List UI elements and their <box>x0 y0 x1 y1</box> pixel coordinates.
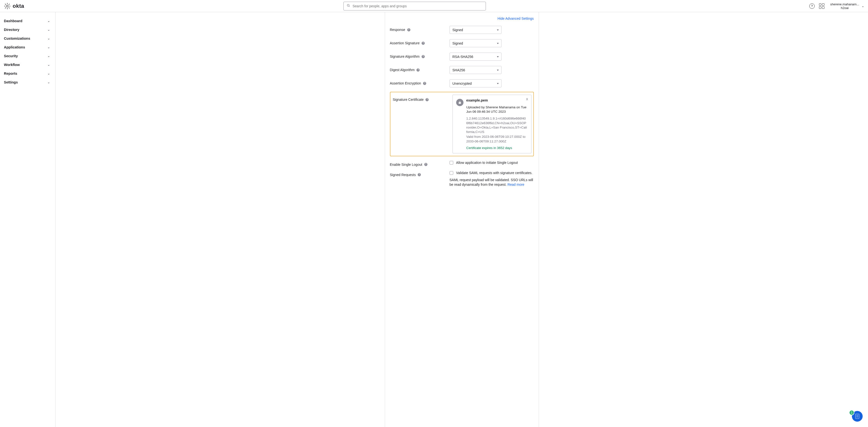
cert-close-button[interactable]: X <box>526 97 528 101</box>
content-area: Hide Advanced Settings Response? Signed … <box>56 12 868 427</box>
field-label: Signature Certificate <box>393 98 424 101</box>
svg-point-9 <box>347 4 349 6</box>
certificate-card: example.pem Uploaded by Sherene Mahanama… <box>453 95 531 153</box>
fab-badge: 1 <box>849 410 855 415</box>
apps-grid-icon[interactable] <box>819 3 825 9</box>
sidebar-item-label: Reports <box>4 72 17 75</box>
field-label: Signed Requests <box>390 173 416 177</box>
signed-requests-checkbox[interactable] <box>450 171 453 175</box>
sidebar-item-label: Workflow <box>4 63 20 67</box>
logo: okta <box>4 3 24 9</box>
sidebar-item-label: Directory <box>4 28 20 32</box>
help-icon[interactable]: ? <box>422 42 425 45</box>
checkbox-label: Allow application to initiate Single Log… <box>456 161 518 165</box>
field-label: Assertion Encryption <box>390 81 421 85</box>
sidebar-item-workflow[interactable]: Workflow⌄ <box>0 60 55 69</box>
global-search[interactable] <box>343 2 486 10</box>
chevron-down-icon: ⌄ <box>48 19 50 23</box>
sidebar-item-directory[interactable]: Directory⌄ <box>0 25 55 34</box>
sidebar-item-label: Customizations <box>4 36 30 40</box>
row-assertion-signature: Assertion Signature? Signed <box>390 39 534 47</box>
user-org: h2oai <box>830 6 859 10</box>
help-icon[interactable]: ? <box>426 98 429 101</box>
chevron-down-icon: ⌄ <box>862 4 864 8</box>
top-bar: okta ? sherene.mahanam... h2oai ⌄ <box>0 0 868 12</box>
sidebar-item-applications[interactable]: Applications⌄ <box>0 43 55 52</box>
settings-panel: Hide Advanced Settings Response? Signed … <box>385 12 539 427</box>
single-logout-checkbox[interactable] <box>450 161 453 165</box>
cert-expiry: Certificate expires in 3652 days <box>466 146 527 150</box>
field-label: Signature Algorithm <box>390 55 420 59</box>
sidebar-item-customizations[interactable]: Customizations⌄ <box>0 34 55 43</box>
cert-dn: 1.2.840.113549.1.9.1=#160d696e666f406f6b… <box>466 117 527 134</box>
field-label: Response <box>390 28 405 32</box>
lock-icon <box>456 99 463 106</box>
sidebar-item-security[interactable]: Security⌄ <box>0 52 55 60</box>
svg-line-7 <box>5 7 6 8</box>
help-icon[interactable]: ? <box>407 28 410 31</box>
sidebar-item-label: Dashboard <box>4 19 22 23</box>
sidebar-item-settings[interactable]: Settings⌄ <box>0 78 55 87</box>
cert-uploaded-by: Uploaded by Sherene Mahanama on Tue Jun … <box>466 105 527 114</box>
search-icon <box>347 4 350 8</box>
help-icon[interactable]: ? <box>422 55 425 58</box>
search-input[interactable] <box>353 4 483 8</box>
svg-line-6 <box>9 7 9 8</box>
help-icon[interactable]: ? <box>424 163 427 166</box>
select-value: SHA256 <box>453 68 465 72</box>
select-value: RSA-SHA256 <box>453 55 473 59</box>
assertion-signature-select[interactable]: Signed <box>450 39 501 47</box>
help-icon[interactable]: ? <box>418 173 421 176</box>
sidebar-item-dashboard[interactable]: Dashboard⌄ <box>0 17 55 25</box>
row-response: Response? Signed <box>390 26 534 34</box>
sidebar-item-label: Settings <box>4 80 18 84</box>
chevron-down-icon: ⌄ <box>48 45 50 49</box>
user-menu[interactable]: sherene.mahanam... h2oai ⌄ <box>830 2 864 10</box>
sidebar-item-reports[interactable]: Reports⌄ <box>0 69 55 78</box>
brand-name: okta <box>13 3 24 9</box>
signature-certificate-highlight: Signature Certificate? example.pem Uploa… <box>390 92 534 156</box>
cert-validity: Valid from 2023-06-06T09:10:27.000Z to 2… <box>466 135 527 143</box>
user-name: sherene.mahanam... <box>830 2 859 6</box>
read-more-link[interactable]: Read more <box>507 183 524 187</box>
svg-line-5 <box>5 4 6 5</box>
hide-advanced-link[interactable]: Hide Advanced Settings <box>390 15 534 26</box>
help-icon[interactable]: ? <box>423 82 426 85</box>
row-signed-requests: Signed Requests? Validate SAML requests … <box>390 171 534 187</box>
assertion-encryption-select[interactable]: Unencrypted <box>450 79 501 88</box>
row-enable-single-logout: Enable Single Logout? Allow application … <box>390 161 534 166</box>
select-value: Unencrypted <box>453 81 472 86</box>
response-select[interactable]: Signed <box>450 26 501 34</box>
svg-line-8 <box>9 4 9 5</box>
field-label: Digest Algorithm <box>390 68 415 72</box>
chevron-down-icon: ⌄ <box>48 37 50 40</box>
row-digest-algorithm: Digest Algorithm? SHA256 <box>390 66 534 74</box>
sidebar-item-label: Applications <box>4 45 25 49</box>
help-icon[interactable]: ? <box>416 68 420 72</box>
sidebar: Dashboard⌄ Directory⌄ Customizations⌄ Ap… <box>0 12 56 427</box>
field-label: Enable Single Logout <box>390 163 422 166</box>
checkbox-label: Validate SAML requests with signature ce… <box>456 171 533 175</box>
signature-algorithm-select[interactable]: RSA-SHA256 <box>450 53 501 61</box>
svg-line-10 <box>349 6 349 7</box>
chevron-down-icon: ⌄ <box>48 28 50 31</box>
row-signature-algorithm: Signature Algorithm? RSA-SHA256 <box>390 53 534 61</box>
digest-algorithm-select[interactable]: SHA256 <box>450 66 501 74</box>
help-fab[interactable]: 1 <box>852 411 863 422</box>
cert-file-name: example.pem <box>466 98 527 102</box>
sidebar-item-label: Security <box>4 54 18 58</box>
svg-point-0 <box>6 5 8 7</box>
chevron-down-icon: ⌄ <box>48 80 50 84</box>
okta-sun-icon <box>4 3 11 9</box>
help-icon[interactable]: ? <box>809 3 815 9</box>
chevron-down-icon: ⌄ <box>48 54 50 58</box>
field-label: Assertion Signature <box>390 41 420 45</box>
chevron-down-icon: ⌄ <box>48 72 50 75</box>
select-value: Signed <box>453 28 463 32</box>
chevron-down-icon: ⌄ <box>48 63 50 66</box>
signed-requests-help: SAML request payload will be validated. … <box>450 178 534 187</box>
row-assertion-encryption: Assertion Encryption? Unencrypted <box>390 79 534 88</box>
select-value: Signed <box>453 41 463 45</box>
document-icon <box>855 414 859 419</box>
